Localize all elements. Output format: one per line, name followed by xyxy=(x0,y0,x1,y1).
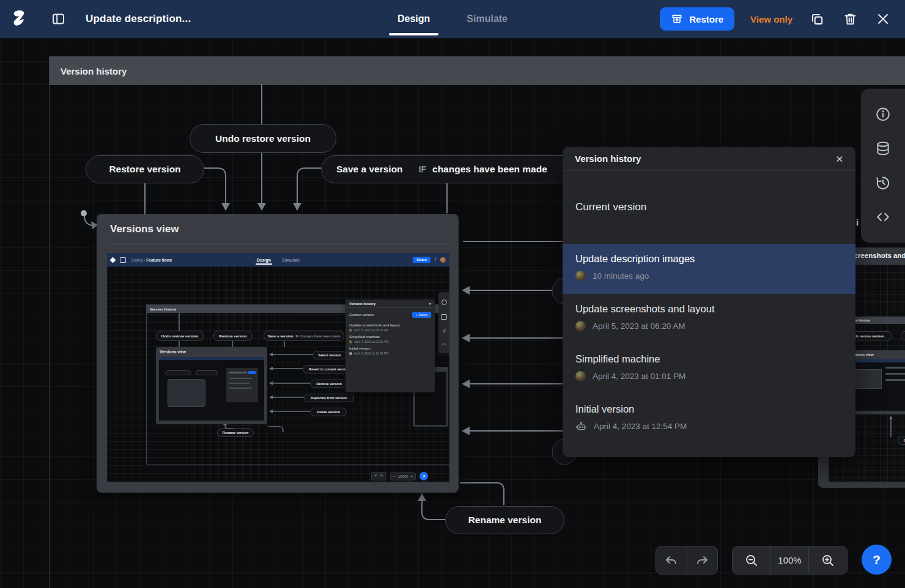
undo-redo-group xyxy=(656,546,718,575)
version-row-update-description[interactable]: Update description images 10 minutes ago xyxy=(563,244,855,294)
node-save-a-version[interactable]: Save a version IF changes have been made xyxy=(321,155,596,183)
zoom-out-icon[interactable] xyxy=(733,546,770,574)
redo-button[interactable] xyxy=(687,546,718,574)
help-button[interactable]: ? xyxy=(862,545,892,575)
panel-close-icon[interactable]: × xyxy=(836,152,843,165)
mini-redo-icon: ↷ xyxy=(380,474,383,479)
mini-side-toolbar: ↺ <> xyxy=(438,292,449,353)
mini-versions-view: Versions view xyxy=(156,347,267,424)
mini-node-delete: Delete version xyxy=(310,408,347,416)
mini-tab-simulate: Simulate xyxy=(282,258,300,262)
version-row-update-screenshots[interactable]: Update screenshots and layout April 5, 2… xyxy=(563,294,855,344)
tab-design[interactable]: Design xyxy=(395,1,432,37)
state-versions-view[interactable]: Versions view Stately / Feature flows De… xyxy=(97,214,459,493)
copy-icon[interactable] xyxy=(808,10,826,28)
avatar xyxy=(575,321,586,331)
trash-icon[interactable] xyxy=(841,10,859,28)
mini-node-restore-version: Restore version xyxy=(310,380,348,388)
guard-keyword: IF xyxy=(419,164,426,174)
mini-tab-design: Design xyxy=(257,258,271,262)
node-rename-version[interactable]: Rename version xyxy=(445,506,564,534)
mini-zoom-out-icon: − xyxy=(393,474,396,479)
panel-header: Version history × xyxy=(563,147,855,171)
zoom-controls: 100% xyxy=(732,546,848,575)
info-icon[interactable] xyxy=(873,104,893,125)
version-row-initial-version[interactable]: Initial version April 4, 2023 at 12:54 P… xyxy=(563,394,855,444)
sidebar-toggle-icon[interactable] xyxy=(50,12,66,26)
mini-node-save: Save a versionIF changes have been made xyxy=(264,331,344,341)
undo-button[interactable] xyxy=(656,546,687,574)
zoom-in-icon[interactable] xyxy=(808,546,847,574)
document-title: Update description... xyxy=(86,13,191,25)
save-a-version-label: Save a version xyxy=(336,164,403,175)
clipped-label-fragment: i xyxy=(856,217,859,227)
stately-editor: Update description... Design Simulate Re… xyxy=(0,0,905,588)
mini-zoom-in-icon: + xyxy=(410,474,413,479)
mini-code-icon: <> xyxy=(442,342,446,347)
data-icon[interactable] xyxy=(873,138,893,159)
code-icon[interactable] xyxy=(873,207,893,227)
version-row-simplified-machine[interactable]: Simplified machine April 4, 2023 at 01:0… xyxy=(563,344,855,394)
versions-view-screenshot: Stately / Feature flows Design Simulate … xyxy=(107,253,449,482)
mini-info-icon xyxy=(441,300,447,305)
tab-simulate[interactable]: Simulate xyxy=(464,1,510,37)
history-icon[interactable] xyxy=(873,172,893,193)
avatar xyxy=(575,271,586,281)
stately-logo[interactable] xyxy=(10,9,28,29)
avatar xyxy=(575,371,586,381)
node-restore-version[interactable]: Restore version xyxy=(86,155,204,183)
topbar-actions: Restore View only xyxy=(660,7,892,31)
restore-icon xyxy=(671,13,683,25)
mini-node-duplicate: Duplicate from version xyxy=(304,394,354,402)
version-history-panel: Version history × Current version Update… xyxy=(563,147,855,457)
canvas[interactable]: Version history xyxy=(0,38,905,588)
mini-data-icon xyxy=(441,314,447,320)
node-undo-restore-version[interactable]: Undo restore version xyxy=(190,124,336,153)
restore-button[interactable]: Restore xyxy=(660,7,734,31)
versions-view-title: Versions view xyxy=(97,214,459,244)
mini-node-select-version: Select version xyxy=(312,351,347,359)
mini-canvas: Version history Undo restore version Res… xyxy=(107,266,449,482)
panel-title: Version history xyxy=(575,153,641,164)
mini-undo-icon: ↶ xyxy=(374,474,377,479)
mini-tabs: Design Simulate xyxy=(107,253,449,266)
robot-icon xyxy=(575,421,587,431)
topbar: Update description... Design Simulate Re… xyxy=(0,0,905,38)
mini-node-restore: Restore version xyxy=(213,331,253,341)
mini-bottom-controls: ↶↷ −100%+ ? xyxy=(371,472,428,480)
mini-topbar: Stately / Feature flows Design Simulate … xyxy=(107,253,449,266)
close-icon[interactable] xyxy=(874,10,892,28)
mini-node-undo: Undo restore version xyxy=(156,331,204,341)
mini-history-icon: ↺ xyxy=(442,329,446,333)
side-toolbar xyxy=(861,89,905,243)
mini-node-rename: Rename version xyxy=(217,428,254,437)
divider xyxy=(107,244,449,245)
zoom-level: 100% xyxy=(770,546,809,574)
view-only-label: View only xyxy=(750,14,792,24)
guard-condition: changes have been made xyxy=(432,164,547,175)
version-row-current[interactable]: Current version xyxy=(563,171,855,244)
mini-help-button: ? xyxy=(419,472,428,480)
frame-title[interactable]: Version history xyxy=(50,57,905,85)
mini-version-history-panel: Version history× Current version+ Save U… xyxy=(345,300,435,392)
